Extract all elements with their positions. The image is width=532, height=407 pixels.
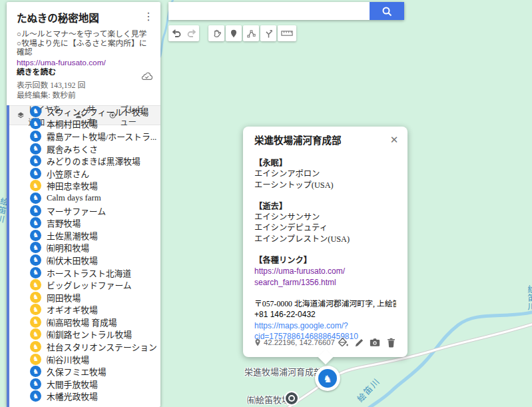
list-item[interactable]: ♞オギオギ牧場: [7, 304, 160, 316]
search-input[interactable]: [168, 2, 370, 20]
list-item[interactable]: ♞岡田牧場: [7, 291, 160, 304]
horse-marker-icon: ♞: [30, 168, 41, 179]
redo-button[interactable]: [184, 25, 199, 41]
list-item[interactable]: ♞ホーストラスト北海道: [7, 266, 160, 279]
horse-marker-icon: ♞: [30, 193, 41, 204]
list-item[interactable]: ♞木幡光政牧場: [7, 390, 160, 403]
last-edited: 最終編集: 数秒前: [17, 91, 151, 100]
horse-marker-icon: ♞: [30, 279, 41, 290]
popup-title: 栄進牧場浦河育成部: [254, 135, 396, 147]
list-item-label: 岡田牧場: [47, 291, 81, 304]
list-item[interactable]: ♞㈲高昭牧場 育成場: [7, 316, 160, 328]
popup-section-link[interactable]: search_farm/1356.html: [254, 277, 396, 288]
search-button[interactable]: [370, 2, 404, 20]
list-item[interactable]: ♞大間手放牧場: [7, 378, 160, 390]
photo-button[interactable]: [367, 336, 383, 349]
my-maps-app: 栄進牧場浦河育成部 ㈲絵笛牧場 絵笛川 絵笛川 絵笛川 ♞: [0, 0, 532, 407]
list-item-label: Calm days farm: [47, 193, 101, 203]
map-title: たぬきの秘密地図: [17, 10, 151, 25]
undo-icon: [171, 28, 182, 39]
map-description-line: ○ル～ルとマナ～を守って楽しく見学: [17, 30, 151, 39]
poi-target-icon[interactable]: [286, 392, 298, 404]
list-item-label: 霧島アート牧場/ホーストラ...: [47, 130, 156, 143]
list-item[interactable]: ♞社台スタリオンステーション: [7, 340, 160, 353]
list-item[interactable]: ♞スウィングフィールド牧場: [7, 105, 160, 118]
list-item[interactable]: ♞㈲釧路セントラル牧場: [7, 328, 160, 341]
list-item-label: ㈲谷川牧場: [47, 353, 89, 366]
view-count: 表示回数 143,192 回: [17, 81, 151, 90]
popup-section-line: エーシントップ(USA): [254, 180, 396, 191]
list-item[interactable]: ♞マーサファーム: [7, 204, 160, 217]
list-item[interactable]: ♞久保フミエ牧場: [7, 365, 160, 378]
hand-icon: [212, 29, 222, 39]
horse-marker-icon: ♞: [30, 131, 41, 142]
popup-section: 【逝去】エイシンサンサンエイシンデピュティエイシンプレストン(USA): [254, 201, 396, 244]
horse-marker-icon: ♞: [30, 267, 41, 278]
popup-footer: 42.22196, 142.76607: [254, 334, 399, 350]
delete-button[interactable]: [383, 336, 399, 349]
horse-marker-icon: ♞: [30, 292, 41, 303]
list-item[interactable]: ♞ビッグレッドファーム: [7, 278, 160, 291]
list-item[interactable]: ♞本桐村田牧場: [7, 118, 160, 131]
popup-section-heading: 【永眠】: [254, 158, 396, 169]
directions-icon: [264, 29, 274, 39]
paint-bucket-icon: [338, 337, 349, 348]
list-item[interactable]: ♞土佐黒潮牧場: [7, 229, 160, 242]
horse-marker-icon: ♞: [30, 254, 41, 266]
selected-marker-halo: ♞: [315, 366, 340, 391]
horse-marker-icon: ♞: [30, 341, 41, 352]
horse-marker-icon: ♞: [30, 180, 41, 191]
close-icon[interactable]: ✕: [389, 134, 399, 146]
list-item[interactable]: ♞吉野牧場: [7, 216, 160, 229]
list-item[interactable]: ♞霧島アート牧場/ホーストラ...: [7, 130, 160, 143]
popup-section-line: エイシンアポロン: [254, 169, 396, 179]
list-item-label: オギオギ牧場: [47, 303, 98, 316]
list-item-label: 厩舎みちくさ: [47, 143, 98, 155]
ruler-icon: [281, 29, 293, 37]
list-item-label: ビッグレッドファーム: [47, 278, 132, 291]
list-item[interactable]: ♞㈲伏木田牧場: [7, 254, 160, 266]
style-button[interactable]: [335, 336, 351, 349]
list-item[interactable]: ♞㈲谷川牧場: [7, 353, 160, 366]
horse-marker-icon: ♞: [30, 354, 41, 365]
draw-line-button[interactable]: [243, 25, 259, 41]
popup-section-link[interactable]: https://uma-furusato.com/: [254, 266, 396, 276]
list-item-label: 社台スタリオンステーション: [47, 340, 157, 353]
horse-marker-icon: ♞: [30, 118, 41, 129]
edit-button[interactable]: [351, 336, 367, 349]
horse-marker-icon: ♞: [30, 106, 41, 117]
list-item[interactable]: ♞厩舎みちくさ: [7, 143, 160, 155]
place-info-popup: 栄進牧場浦河育成部 ✕ 【永眠】エイシンアポロンエーシントップ(USA)【逝去】…: [243, 127, 407, 357]
popup-section-line: エイシンプレストン(USA): [254, 234, 396, 244]
selected-layer-indicator: [7, 105, 9, 407]
list-item-label: ホーストラスト北海道: [47, 266, 131, 279]
measure-button[interactable]: [279, 25, 295, 41]
list-item-label: マーサファーム: [47, 204, 106, 217]
selected-map-marker[interactable]: ♞: [318, 369, 337, 388]
add-marker-button[interactable]: [226, 25, 242, 41]
trash-icon: [387, 338, 396, 348]
add-directions-button[interactable]: [260, 25, 276, 41]
list-item[interactable]: ♞㈲明和牧場: [7, 242, 160, 254]
list-item[interactable]: ♞Calm days farm: [7, 192, 160, 204]
list-item-label: ㈲明和牧場: [47, 241, 89, 254]
read-more-link[interactable]: 続きを読む: [17, 67, 151, 77]
pan-tool-button[interactable]: [208, 25, 224, 41]
list-item-label: 木幡光政牧場: [47, 390, 98, 402]
description-link[interactable]: https://uma-furusato.com/: [17, 58, 151, 67]
horse-marker-icon: ♞: [30, 304, 41, 315]
undo-button[interactable]: [168, 25, 184, 41]
list-item-label: 大間手放牧場: [47, 378, 98, 390]
list-item[interactable]: ♞神田忠幸牧場: [7, 180, 160, 193]
list-item-label: 神田忠幸牧場: [47, 179, 98, 192]
kebab-menu-icon[interactable]: ⋮: [143, 10, 154, 23]
list-item[interactable]: ♞みどりのまきば黒澤牧場: [7, 155, 160, 167]
list-item-label: ㈲高昭牧場 育成場: [47, 316, 117, 328]
list-item-label: 土佐黒潮牧場: [47, 229, 98, 242]
maps-link[interactable]: https://maps.google.com/?: [254, 320, 396, 331]
map-label-efue-farm: ㈲絵笛牧場: [247, 393, 290, 406]
map-label-selected-farm: 栄進牧場浦河育成部: [244, 365, 322, 378]
horse-marker-icon: ♞: [30, 143, 41, 155]
horse-marker-icon: ♞: [30, 205, 41, 216]
list-item[interactable]: ♞小笠原さん: [7, 167, 160, 180]
